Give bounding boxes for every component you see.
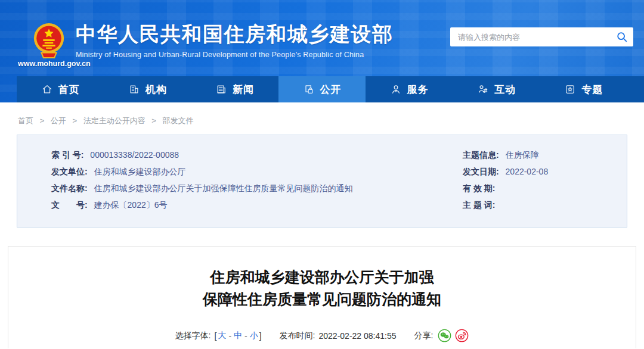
breadcrumb-disclosure[interactable]: 公开 (51, 116, 66, 125)
nav-item-topics[interactable]: 专题 (540, 76, 627, 102)
site-title-en: Ministry of Housing and Urban-Rural Deve… (76, 51, 394, 59)
article-title-line2: 保障性住房质量常见问题防治的通知 (8, 288, 636, 310)
search-box (450, 27, 633, 46)
nav-item-home[interactable]: 首页 (17, 76, 104, 102)
field-index-number: 索 引 号: 000013338/2022-00088 (51, 150, 463, 167)
field-label: 文件名称: (51, 183, 88, 193)
article-title: 住房和城乡建设部办公厅关于加强 保障性住房质量常见问题防治的通知 (8, 266, 636, 310)
field-value: 建办保〔2022〕6号 (94, 200, 168, 210)
field-value: 2022-02-08 (506, 167, 549, 176)
breadcrumb-separator: > (72, 116, 77, 125)
share-label: 分享: (414, 331, 434, 341)
field-label: 主题信息: (463, 150, 499, 160)
main-nav: 首页 机构 新闻 (17, 76, 644, 102)
breadcrumb-ministry-documents[interactable]: 部发文件 (163, 116, 194, 125)
article-title-line1: 住房和城乡建设部办公厅关于加强 (8, 266, 636, 288)
field-label: 发文单位: (51, 167, 88, 176)
font-size-small-button[interactable]: 小 (250, 331, 258, 341)
publish-time-label: 发布时间: (280, 331, 315, 341)
document-info-panel: 索 引 号: 000013338/2022-00088 发文单位: 住房和城乡建… (17, 135, 627, 228)
search-input[interactable] (450, 27, 611, 46)
disclosure-doc-icon (303, 83, 315, 95)
nav-item-interaction[interactable]: 互动 (453, 76, 540, 102)
breadcrumb-statutory-content[interactable]: 法定主动公开内容 (83, 116, 145, 125)
field-issue-date: 发文日期: 2022-02-08 (463, 167, 627, 183)
weibo-share-icon[interactable] (455, 329, 469, 342)
field-document-number: 文 号: 建办保〔2022〕6号 (51, 200, 463, 217)
field-label: 文 号: (51, 200, 88, 210)
field-label: 主 题 词: (463, 200, 495, 210)
dash-separator: - (244, 331, 247, 341)
article-panel: 住房和城乡建设部办公厅关于加强 保障性住房质量常见问题防治的通知 选择字体: [… (8, 246, 636, 348)
field-label: 索 引 号: (51, 150, 83, 160)
header-top: 中华人民共和国住房和城乡建设部 Ministry of Housing and … (0, 0, 644, 76)
site-header: 中华人民共和国住房和城乡建设部 Ministry of Housing and … (0, 0, 644, 102)
field-issuing-unit: 发文单位: 住房和城乡建设部办公厅 (51, 167, 463, 183)
field-validity-period: 有 效 期: (463, 183, 627, 200)
nav-item-label: 新闻 (233, 83, 254, 96)
field-subject-info: 主题信息: 住房保障 (463, 150, 627, 167)
breadcrumb-home[interactable]: 首页 (18, 116, 33, 125)
search-icon (616, 31, 628, 43)
share-icons (438, 329, 469, 342)
page: 中华人民共和国住房和城乡建设部 Ministry of Housing and … (0, 0, 644, 349)
nav-item-label: 机构 (145, 83, 167, 96)
bracket-close: ] (259, 331, 262, 341)
service-person-icon (390, 83, 402, 95)
site-logo-link[interactable]: 中华人民共和国住房和城乡建设部 Ministry of Housing and … (32, 18, 394, 61)
bracket-open: [ (214, 331, 216, 341)
nav-item-label: 服务 (407, 83, 429, 96)
topic-star-icon (564, 83, 576, 95)
nav-item-label: 首页 (58, 83, 80, 96)
field-label: 发文日期: (463, 167, 499, 176)
national-emblem-icon (32, 21, 66, 61)
nav-item-services[interactable]: 服务 (366, 76, 453, 102)
publish-time-value: 2022-02-22 08:41:55 (319, 331, 397, 341)
breadcrumb-separator: > (151, 116, 156, 125)
breadcrumb: 首页 > 公开 > 法定主动公开内容 > 部发文件 (0, 102, 644, 135)
nav-item-org[interactable]: 机构 (104, 76, 191, 102)
field-value: 000013338/2022-00088 (90, 150, 179, 160)
nav-item-news[interactable]: 新闻 (191, 76, 278, 102)
font-size-large-button[interactable]: 大 (218, 331, 226, 341)
field-value: 住房保障 (506, 150, 539, 160)
home-icon (41, 83, 53, 95)
dash-separator: - (228, 331, 231, 341)
article-meta-bar: 选择字体: [ 大 - 中 - 小 ] 发布时间: 2022-02-22 08:… (8, 329, 636, 342)
nav-item-label: 专题 (581, 83, 603, 96)
font-size-medium-button[interactable]: 中 (234, 331, 242, 341)
field-subject-words: 主 题 词: (463, 200, 627, 217)
font-size-label: 选择字体: (175, 331, 211, 341)
field-document-name: 文件名称: 住房和城乡建设部办公厅关于加强保障性住房质量常见问题防治的通知 (51, 183, 463, 200)
field-label: 有 效 期: (463, 183, 495, 193)
brand-text: 中华人民共和国住房和城乡建设部 Ministry of Housing and … (76, 18, 394, 59)
interact-person-arrows-icon (477, 83, 489, 95)
field-value: 住房和城乡建设部办公厅关于加强保障性住房质量常见问题防治的通知 (94, 183, 353, 193)
org-building-icon (128, 83, 140, 95)
site-url: www.mohurd.gov.cn (18, 60, 91, 68)
site-title-cn: 中华人民共和国住房和城乡建设部 (76, 21, 394, 47)
news-icon (215, 83, 227, 95)
search-button[interactable] (611, 27, 633, 46)
nav-item-disclosure[interactable]: 公开 (278, 76, 366, 102)
breadcrumb-separator: > (40, 116, 45, 125)
field-value: 住房和城乡建设部办公厅 (94, 167, 186, 176)
wechat-share-icon[interactable] (438, 329, 451, 342)
nav-item-label: 互动 (494, 83, 516, 96)
nav-row: 首页 机构 新闻 (0, 76, 644, 102)
nav-item-label: 公开 (320, 83, 342, 96)
